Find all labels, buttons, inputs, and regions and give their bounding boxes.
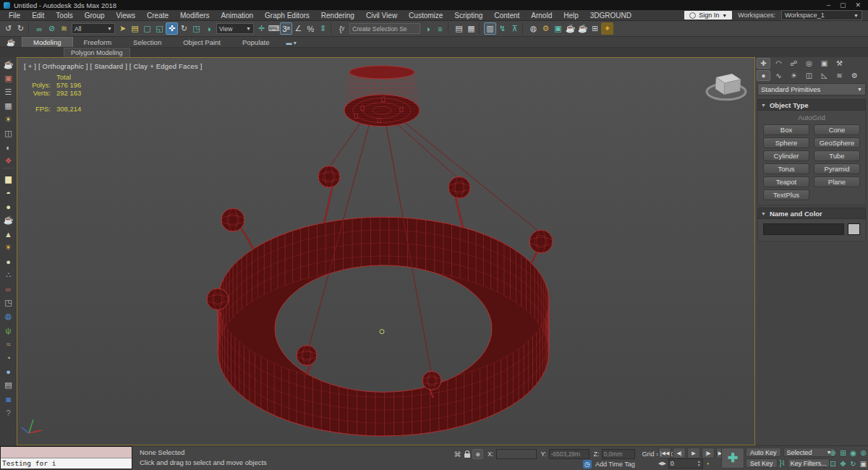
autogrid-checkbox[interactable]: AutoGrid bbox=[763, 114, 860, 121]
systems-category-icon[interactable]: ⚙ bbox=[848, 70, 861, 81]
set-keys-button[interactable]: ✚ bbox=[721, 448, 744, 469]
menu-item[interactable]: Animation bbox=[216, 12, 259, 20]
help-icon[interactable]: ? bbox=[1, 406, 16, 419]
menu-item[interactable]: Civil View bbox=[360, 12, 403, 20]
play-icon[interactable]: ▶ bbox=[687, 448, 700, 458]
primitive-button[interactable]: GeoSphere bbox=[814, 137, 860, 148]
cameras-category-icon[interactable]: ◫ bbox=[802, 70, 816, 81]
light-icon[interactable]: ☀ bbox=[1, 113, 16, 127]
select-object-icon[interactable]: ➤ bbox=[116, 22, 129, 35]
primitive-button[interactable]: Cone bbox=[814, 124, 860, 135]
listener-macro-row[interactable] bbox=[1, 447, 132, 458]
zoom-extents-icon[interactable]: ◉ bbox=[848, 448, 858, 458]
maximize-viewport-icon[interactable]: ▣ bbox=[859, 458, 868, 469]
object-color-swatch[interactable] bbox=[848, 223, 860, 235]
menu-item[interactable]: Help bbox=[558, 12, 584, 20]
mirror-icon[interactable]: ◑ bbox=[422, 22, 434, 35]
key-step-icon[interactable]: ◀▶ bbox=[658, 461, 666, 466]
menu-item[interactable]: Rendering bbox=[315, 12, 360, 20]
render-setup-icon[interactable]: ⚙ bbox=[540, 22, 552, 35]
tab-populate[interactable]: Populate bbox=[231, 38, 281, 47]
menu-item[interactable]: Group bbox=[79, 12, 111, 20]
rendered-frame-icon[interactable]: ▣ bbox=[552, 22, 564, 35]
menu-item[interactable]: 3DGROUND bbox=[584, 12, 637, 20]
moon-sphere-icon[interactable]: ● bbox=[1, 255, 16, 268]
movie-icon[interactable]: ❖ bbox=[1, 154, 16, 168]
percent-snap-icon[interactable]: % bbox=[305, 22, 317, 35]
selection-lock-icon[interactable] bbox=[464, 453, 470, 458]
helpers-category-icon[interactable]: ◺ bbox=[817, 70, 831, 81]
shapes-category-icon[interactable]: ∿ bbox=[772, 70, 786, 81]
pivot-icon[interactable]: ◑ bbox=[203, 22, 215, 35]
rect-selection-icon[interactable]: ▢ bbox=[141, 22, 153, 35]
isolate-selection-icon[interactable]: ⌘ bbox=[453, 450, 462, 458]
primitive-button[interactable]: Sphere bbox=[763, 137, 809, 148]
earth-icon[interactable]: ◍ bbox=[1, 309, 16, 323]
spinner-snap-icon[interactable]: ⇕ bbox=[317, 22, 329, 35]
menu-item[interactable]: File bbox=[3, 12, 26, 20]
object-type-header[interactable]: ▼ Object Type bbox=[757, 99, 866, 111]
viewport[interactable]: [ + ] [ Orthographic ] [ Standard ] [ Cl… bbox=[17, 57, 755, 445]
add-time-tag[interactable]: ◷ Add Time Tag bbox=[583, 460, 635, 469]
lights-category-icon[interactable]: ☀ bbox=[787, 70, 801, 81]
menu-item[interactable]: Create bbox=[141, 12, 174, 20]
open-in-viewer-icon[interactable]: ✦ bbox=[601, 22, 613, 35]
render-in-cloud-icon[interactable]: ⊞ bbox=[589, 22, 601, 35]
bird-icon[interactable]: ≈ bbox=[1, 337, 16, 351]
render-iterative-icon[interactable]: ☕ bbox=[576, 22, 589, 35]
listener-script-row[interactable]: Testing for i bbox=[1, 458, 132, 469]
camera-icon[interactable]: ◫ bbox=[1, 127, 16, 140]
controller-icon[interactable]: ◳ bbox=[1, 296, 16, 309]
spacewarps-category-icon[interactable]: ≋ bbox=[833, 70, 846, 81]
hierarchy-tab-icon[interactable]: ☍ bbox=[787, 58, 801, 69]
pan-icon[interactable]: ✥ bbox=[838, 458, 848, 469]
bind-spacewarp-icon[interactable]: ≋ bbox=[58, 22, 70, 35]
menu-item[interactable]: Tools bbox=[50, 12, 78, 20]
unlink-icon[interactable]: ⊘ bbox=[46, 22, 58, 35]
rotate-icon[interactable]: ↻ bbox=[178, 22, 190, 35]
x-coordinate-field[interactable] bbox=[496, 449, 537, 459]
zoom-region-icon[interactable]: ⊡ bbox=[828, 458, 838, 469]
set-key-button[interactable]: Set Key bbox=[746, 458, 778, 468]
primitive-button[interactable]: Tube bbox=[814, 150, 860, 161]
primitive-button[interactable]: Plane bbox=[814, 176, 860, 187]
z-coordinate-field[interactable]: 0,0mm bbox=[602, 449, 635, 459]
select-manipulate-icon[interactable]: ✛ bbox=[255, 22, 268, 35]
redo-icon[interactable]: ↻ bbox=[14, 22, 27, 35]
primitive-button[interactable]: Teapot bbox=[763, 176, 809, 187]
key-filters-button[interactable]: Key Filters... bbox=[788, 458, 830, 468]
key-filters-icon[interactable]: }⌇ bbox=[780, 459, 786, 467]
reference-coordsys-dropdown[interactable]: View▼ bbox=[216, 23, 254, 34]
grid-panel-icon[interactable]: ▦ bbox=[1, 99, 16, 113]
window-icon[interactable]: ▣ bbox=[1, 72, 16, 85]
current-frame-field[interactable]: 0 ▲▼ bbox=[668, 458, 703, 469]
menu-item[interactable]: Scripting bbox=[448, 12, 488, 20]
display-tab-icon[interactable]: ▣ bbox=[817, 58, 831, 69]
polygon-modeling-panel[interactable]: Polygon Modeling bbox=[64, 48, 130, 57]
zoom-extents-all-icon[interactable]: ⊛ bbox=[859, 448, 868, 458]
close-button[interactable]: ✕ bbox=[855, 1, 861, 9]
curve-editor-icon[interactable]: ↯ bbox=[496, 22, 509, 35]
menu-item[interactable]: Content bbox=[488, 12, 525, 20]
primitive-button[interactable]: Pyramid bbox=[814, 163, 860, 174]
window-crossing-icon[interactable]: ◱ bbox=[153, 22, 166, 35]
scale-icon[interactable]: ◳ bbox=[190, 22, 203, 35]
primitive-button[interactable]: Cylinder bbox=[763, 150, 809, 161]
sun-icon[interactable]: ☀ bbox=[1, 241, 16, 255]
cone-primitive-icon[interactable]: ▲ bbox=[1, 227, 16, 241]
menu-item[interactable]: Arnold bbox=[525, 12, 558, 20]
tab-object-paint[interactable]: Object Paint bbox=[172, 38, 231, 47]
schematic-view-icon[interactable]: ⊼ bbox=[509, 22, 521, 35]
y-coordinate-field[interactable]: -6503,29m bbox=[549, 449, 590, 459]
frame-spinner[interactable]: ▲▼ bbox=[697, 460, 701, 467]
minimize-button[interactable]: ‒ bbox=[827, 1, 830, 9]
next-frame-icon[interactable]: |▶ bbox=[702, 448, 715, 458]
render-production-icon[interactable]: ☕ bbox=[564, 22, 576, 35]
align-icon[interactable]: ≡ bbox=[434, 22, 446, 35]
menu-item[interactable]: Graph Editors bbox=[259, 12, 315, 20]
select-move-icon[interactable]: ✜ bbox=[166, 22, 178, 35]
create-tab-icon[interactable]: ✚ bbox=[757, 58, 770, 69]
viewport-label[interactable]: [ + ] [ Orthographic ] [ Standard ] [ Cl… bbox=[24, 62, 203, 70]
list-icon[interactable]: ☰ bbox=[1, 85, 16, 99]
zoom-icon[interactable]: ⊕ bbox=[828, 448, 838, 458]
